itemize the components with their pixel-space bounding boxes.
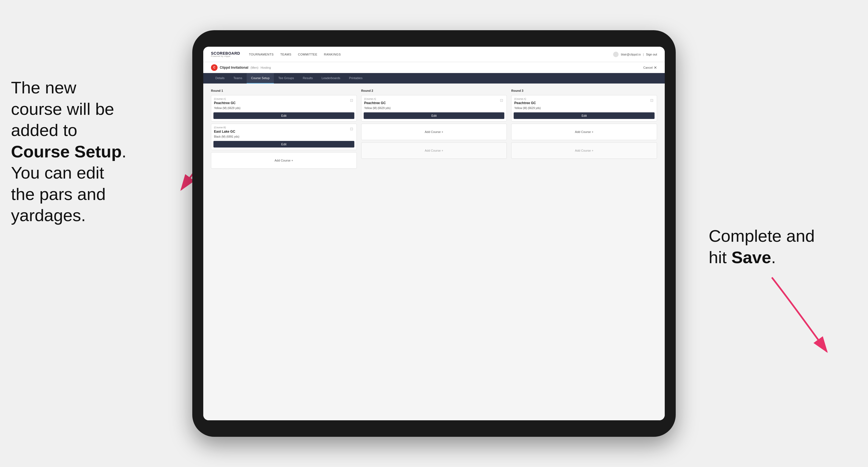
- tournament-logo: C: [211, 64, 218, 71]
- round-2-course-a-name: Peachtree GC: [364, 101, 386, 105]
- round-2-add-course-disabled-text: Add Course +: [425, 149, 443, 152]
- course-b-tee: Black (M) (6891 yds): [214, 135, 239, 138]
- round-3-add-course-text: Add Course +: [575, 130, 594, 133]
- tab-printables[interactable]: Printables: [345, 73, 367, 84]
- sub-nav: C Clippd Invitational (Men) Hosting Canc…: [203, 62, 665, 73]
- tournament-gender: (Men): [250, 66, 258, 69]
- round-2-course-a-header: (Course A) Peachtree GC Yellow (M) (6629…: [362, 95, 507, 111]
- course-a-tee: Yellow (M) (6629 yds): [214, 106, 240, 110]
- round-3-course-a-card: (Course A) Peachtree GC Yellow (M) (6629…: [511, 95, 657, 121]
- round-2-course-a-label: (Course A): [364, 97, 391, 100]
- tablet-screen: SCOREBOARD Powered by clippd TOURNAMENTS…: [203, 47, 665, 420]
- course-b-name: East Lake GC: [214, 130, 235, 133]
- nav-links: TOURNAMENTS TEAMS COMMITTEE RANKINGS: [249, 53, 341, 56]
- tablet-frame: SCOREBOARD Powered by clippd TOURNAMENTS…: [192, 30, 676, 437]
- round-1-header: Round 1: [211, 89, 357, 92]
- round-1-add-course-text: Add Course +: [275, 159, 293, 162]
- round-3-header: Round 3: [511, 89, 657, 92]
- tournament-info: C Clippd Invitational (Men) Hosting: [211, 64, 271, 71]
- right-annotation-text: Complete andhit Save.: [709, 226, 815, 267]
- nav-left: SCOREBOARD Powered by clippd TOURNAMENTS…: [211, 51, 341, 57]
- tournament-status: Hosting: [261, 66, 271, 69]
- right-arrow: [755, 275, 849, 360]
- round-1-course-a-card: (Course A) Peachtree GC Yellow (M) (6629…: [211, 95, 357, 121]
- round-1-course-b-card: (Course B) East Lake GC Black (M) (6891 …: [211, 124, 357, 150]
- tab-results[interactable]: Results: [298, 73, 317, 84]
- round-2-course-a-info: (Course A) Peachtree GC Yellow (M) (6629…: [364, 97, 391, 110]
- nav-teams[interactable]: TEAMS: [280, 53, 291, 56]
- round-2-column: Round 2 (Course A) Peachtree GC Yellow (…: [361, 89, 507, 171]
- round-2-course-a-tee: Yellow (M) (6629 yds): [364, 106, 391, 110]
- left-annotation: The newcourse will beadded toCourse Setu…: [11, 77, 165, 226]
- course-b-info: (Course B) East Lake GC Black (M) (6891 …: [214, 126, 239, 139]
- nav-right: blair@clippd.io | Sign out: [613, 52, 657, 57]
- right-annotation: Complete andhit Save.: [709, 225, 846, 268]
- tab-details[interactable]: Details: [211, 73, 229, 84]
- user-email: blair@clippd.io: [621, 53, 641, 56]
- round-2-course-a-edit-button[interactable]: Edit: [364, 112, 505, 119]
- tab-course-setup[interactable]: Course Setup: [247, 73, 274, 84]
- tab-leaderboards[interactable]: Leaderboards: [317, 73, 345, 84]
- main-content: Round 1 (Course A) Peachtree GC Yellow (…: [203, 84, 665, 420]
- round-2-add-course-active[interactable]: Add Course +: [361, 124, 507, 140]
- sign-out-link[interactable]: Sign out: [646, 53, 657, 56]
- close-icon: ✕: [654, 65, 657, 70]
- round-1-course-b-edit-button[interactable]: Edit: [213, 141, 354, 148]
- course-a-header: (Course A) Peachtree GC Yellow (M) (6629…: [211, 95, 356, 111]
- round-3-course-a-name: Peachtree GC: [514, 101, 536, 105]
- round-2-header: Round 2: [361, 89, 507, 92]
- course-a-label: (Course A): [214, 97, 240, 100]
- logo-text: SCOREBOARD: [211, 51, 240, 55]
- round-3-course-a-info: (Course A) Peachtree GC Yellow (M) (6629…: [514, 97, 540, 110]
- round-2-delete-icon[interactable]: ⊡: [499, 97, 504, 103]
- cancel-button[interactable]: Cancel ✕: [643, 65, 657, 70]
- tab-tee-groups[interactable]: Tee Groups: [274, 73, 298, 84]
- round-2-add-course-disabled: Add Course +: [361, 142, 507, 159]
- round-3-course-a-header: (Course A) Peachtree GC Yellow (M) (6629…: [512, 95, 657, 111]
- annotation-text: The newcourse will beadded toCourse Setu…: [11, 78, 126, 225]
- round-1-column: Round 1 (Course A) Peachtree GC Yellow (…: [211, 89, 357, 171]
- course-b-header: (Course B) East Lake GC Black (M) (6891 …: [211, 124, 356, 140]
- course-a-info: (Course A) Peachtree GC Yellow (M) (6629…: [214, 97, 240, 110]
- tab-nav: Details Teams Course Setup Tee Groups Re…: [203, 73, 665, 84]
- user-avatar: [613, 52, 619, 57]
- round-1-course-a-edit-button[interactable]: Edit: [213, 112, 354, 119]
- course-b-delete-icon[interactable]: ⊡: [349, 126, 354, 132]
- tab-teams[interactable]: Teams: [229, 73, 247, 84]
- nav-tournaments[interactable]: TOURNAMENTS: [249, 53, 274, 56]
- course-a-delete-icon[interactable]: ⊡: [349, 97, 354, 103]
- course-a-name: Peachtree GC: [214, 101, 236, 105]
- round-3-column: Round 3 (Course A) Peachtree GC Yellow (…: [511, 89, 657, 171]
- logo-sub: Powered by clippd: [211, 55, 240, 57]
- round-3-add-course-disabled: Add Course +: [511, 142, 657, 159]
- round-3-add-course-disabled-text: Add Course +: [575, 149, 594, 152]
- round-1-add-course-card[interactable]: Add Course +: [211, 152, 357, 169]
- round-2-course-a-card: (Course A) Peachtree GC Yellow (M) (6629…: [361, 95, 507, 121]
- round-2-add-course-text: Add Course +: [425, 130, 443, 133]
- round-3-course-a-tee: Yellow (M) (6629 yds): [514, 106, 540, 110]
- tournament-name: Clippd Invitational: [220, 66, 248, 69]
- top-nav: SCOREBOARD Powered by clippd TOURNAMENTS…: [203, 47, 665, 62]
- nav-committee[interactable]: COMMITTEE: [298, 53, 317, 56]
- round-3-delete-icon[interactable]: ⊡: [650, 97, 654, 103]
- nav-rankings[interactable]: RANKINGS: [324, 53, 341, 56]
- round-3-course-a-edit-button[interactable]: Edit: [514, 112, 655, 119]
- round-3-course-a-label: (Course A): [514, 97, 540, 100]
- rounds-grid: Round 1 (Course A) Peachtree GC Yellow (…: [211, 89, 657, 171]
- course-b-label: (Course B): [214, 126, 239, 129]
- scoreboard-logo: SCOREBOARD Powered by clippd: [211, 51, 240, 57]
- round-3-add-course-active[interactable]: Add Course +: [511, 124, 657, 140]
